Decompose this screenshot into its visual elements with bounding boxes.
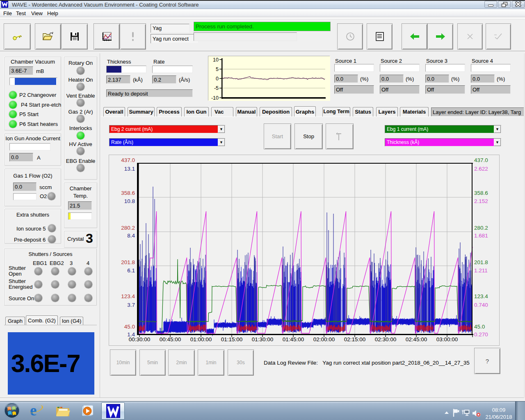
svg-text:201.8: 201.8 [121,259,135,265]
svg-text:45.0: 45.0 [474,324,485,330]
svg-text:02:15:00: 02:15:00 [344,336,366,342]
svg-text:01:30:00: 01:30:00 [252,336,274,342]
svg-text:00:45:00: 00:45:00 [160,336,181,342]
svg-text:0.740: 0.740 [474,302,488,308]
svg-text:02:30:00: 02:30:00 [375,336,397,342]
svg-text:0.270: 0.270 [474,331,488,338]
svg-text:0: 0 [216,76,219,82]
svg-text:123.4: 123.4 [474,293,488,299]
svg-text:13.1: 13.1 [124,166,135,172]
svg-text:280.2: 280.2 [474,225,488,231]
svg-text:02:45:00: 02:45:00 [406,336,427,342]
svg-text:280.2: 280.2 [121,225,135,231]
svg-text:123.4: 123.4 [121,293,135,299]
svg-text:-5: -5 [214,85,219,91]
svg-text:10.8: 10.8 [124,198,135,204]
svg-text:01:45:00: 01:45:00 [283,336,304,342]
svg-text:358.6: 358.6 [474,190,488,196]
svg-text:201.8: 201.8 [474,259,488,265]
svg-text:8.4: 8.4 [127,233,135,239]
svg-text:6.1: 6.1 [127,267,135,274]
svg-text:3.7: 3.7 [127,302,135,308]
svg-text:358.6: 358.6 [121,190,135,196]
svg-text:45.0: 45.0 [124,324,135,330]
svg-text:5: 5 [216,66,219,72]
svg-text:01:00:00: 01:00:00 [190,336,212,342]
svg-text:00:30:00: 00:30:00 [129,336,151,342]
svg-text:1.211: 1.211 [474,267,488,274]
svg-text:2.622: 2.622 [474,166,488,172]
svg-text:02:00:00: 02:00:00 [313,336,335,342]
svg-text:2.152: 2.152 [474,198,488,204]
svg-text:03:00:00: 03:00:00 [436,336,458,342]
svg-text:1.681: 1.681 [474,233,488,239]
svg-text:437.0: 437.0 [121,157,135,163]
svg-text:10: 10 [213,57,219,63]
svg-text:-10: -10 [211,95,219,101]
svg-text:01:15:00: 01:15:00 [221,336,243,342]
svg-text:437.0: 437.0 [474,157,488,163]
